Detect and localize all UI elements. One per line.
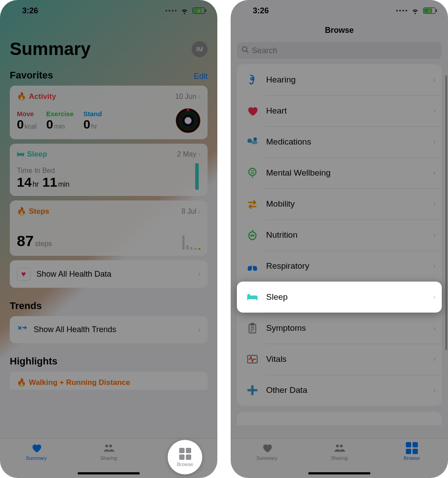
chevron-right-icon: › — [433, 76, 436, 84]
heart-icon — [245, 103, 260, 118]
category-respiratory[interactable]: Respiratory › — [237, 251, 442, 282]
svg-point-23 — [340, 444, 343, 447]
svg-point-22 — [336, 444, 339, 447]
home-indicator[interactable] — [78, 472, 140, 474]
chevron-right-icon: › — [433, 293, 436, 301]
brain-icon — [245, 165, 260, 180]
next-section-card — [237, 412, 442, 425]
svg-point-11 — [254, 137, 257, 141]
grid-icon — [406, 442, 418, 454]
clipboard-icon — [245, 321, 260, 336]
tab-summary[interactable]: Summary — [10, 442, 63, 478]
svg-point-14 — [253, 235, 254, 236]
chevron-right-icon: › — [433, 107, 436, 115]
chevron-right-icon: › — [433, 262, 436, 270]
category-hearing[interactable]: Hearing › — [237, 64, 442, 95]
category-medications[interactable]: Medications › — [237, 126, 442, 157]
scroll-indicator — [445, 75, 447, 350]
steps-sparkline-icon — [182, 232, 200, 250]
phone-summary-screen: 3:26 ⚡ Summary IM Favorites Edit 🔥Activi… — [0, 0, 217, 478]
chevron-right-icon: › — [433, 386, 436, 394]
svg-rect-10 — [252, 141, 258, 145]
flame-icon: 🔥 — [17, 92, 26, 101]
nav-title: Browse — [231, 21, 448, 39]
bed-icon — [245, 290, 260, 305]
sleep-card[interactable]: 🛏Sleep 2 May› Time In Bed 14hr 11min — [10, 144, 208, 196]
status-time: 3:26 — [253, 6, 269, 16]
svg-point-4 — [105, 444, 108, 447]
battery-icon: ⚡ — [423, 8, 436, 14]
home-indicator[interactable] — [308, 472, 370, 474]
svg-point-6 — [242, 47, 247, 51]
heart-fill-icon — [30, 442, 43, 454]
trends-heading: Trends — [10, 300, 208, 312]
category-vitals[interactable]: Vitals › — [237, 344, 442, 375]
category-mental-wellbeing[interactable]: Mental Wellbeing › — [237, 157, 442, 188]
show-all-health-data-row[interactable]: ♥Show All Health Data › — [10, 260, 208, 288]
category-mobility[interactable]: Mobility › — [237, 188, 442, 219]
trends-icon — [17, 323, 28, 336]
flame-icon: 🔥 — [17, 207, 26, 216]
category-sleep-highlight[interactable]: Sleep › — [237, 282, 442, 313]
category-nutrition[interactable]: Nutrition › — [237, 219, 442, 251]
grid-icon — [179, 448, 191, 460]
battery-icon: ⚡ — [193, 8, 205, 14]
svg-point-2 — [183, 116, 193, 125]
wifi-icon — [180, 6, 189, 15]
status-bar: 3:26 ⚡ — [0, 0, 217, 21]
chevron-right-icon: › — [198, 93, 200, 101]
plus-icon — [245, 383, 260, 398]
category-symptoms[interactable]: Symptoms › — [237, 313, 442, 344]
category-list: Hearing › Heart › Medications › Mental W… — [237, 64, 442, 406]
ear-icon — [245, 72, 260, 87]
steps-card[interactable]: 🔥Steps 8 Jul› 87steps — [10, 200, 208, 256]
search-placeholder: Search — [252, 46, 277, 55]
show-all-health-trends-row[interactable]: Show All Health Trends › — [10, 316, 208, 343]
page-title: Summary — [10, 39, 90, 59]
arrows-icon — [245, 196, 260, 212]
tab-summary[interactable]: Summary — [240, 442, 294, 478]
activity-card[interactable]: 🔥Activity 10 Jun› Move 0kcal Exercise 0m… — [10, 86, 208, 139]
chevron-right-icon: › — [433, 324, 436, 332]
browse-tab-highlight[interactable]: Browse — [168, 440, 202, 474]
walking-running-card[interactable]: 🔥Walking + Running Distance — [10, 372, 208, 390]
people-icon — [333, 442, 346, 454]
search-icon — [241, 46, 249, 55]
category-other-data[interactable]: Other Data › — [237, 375, 442, 406]
svg-rect-17 — [251, 323, 254, 325]
wifi-icon — [411, 6, 420, 15]
search-input[interactable]: Search — [237, 42, 442, 59]
edit-button[interactable]: Edit — [194, 72, 208, 81]
profile-avatar[interactable]: IM — [192, 41, 208, 57]
heart-icon: ♥ — [17, 267, 30, 281]
cellular-dots-icon — [396, 10, 407, 12]
svg-line-7 — [246, 51, 248, 53]
apple-icon — [245, 227, 260, 243]
flame-icon: 🔥 — [17, 378, 26, 387]
tab-browse[interactable]: Browse — [385, 442, 438, 478]
people-icon — [102, 442, 115, 454]
svg-point-5 — [109, 444, 112, 447]
svg-point-8 — [251, 78, 253, 80]
svg-point-13 — [251, 235, 252, 236]
svg-point-3 — [187, 109, 189, 111]
status-bar: 3:26 ⚡ — [231, 0, 448, 21]
phone-browse-screen: 3:26 ⚡ Browse Search Hearing › Heart › M… — [231, 0, 448, 478]
chevron-right-icon: › — [433, 231, 436, 239]
category-heart[interactable]: Heart › — [237, 95, 442, 126]
chevron-right-icon: › — [198, 150, 200, 158]
sleep-bar-icon — [195, 163, 199, 190]
chevron-right-icon: › — [198, 270, 200, 278]
waveform-icon — [245, 352, 260, 367]
highlights-heading: Highlights — [10, 356, 208, 367]
activity-rings-icon — [176, 108, 200, 133]
chevron-right-icon: › — [433, 200, 436, 208]
cellular-dots-icon — [165, 10, 177, 12]
heart-fill-icon — [260, 442, 274, 454]
chevron-right-icon: › — [198, 208, 200, 215]
status-time: 3:26 — [22, 6, 38, 16]
bed-icon: 🛏 — [17, 150, 24, 159]
svg-point-12 — [249, 168, 256, 176]
chevron-right-icon: › — [433, 355, 436, 363]
favorites-heading: Favorites — [10, 70, 53, 81]
